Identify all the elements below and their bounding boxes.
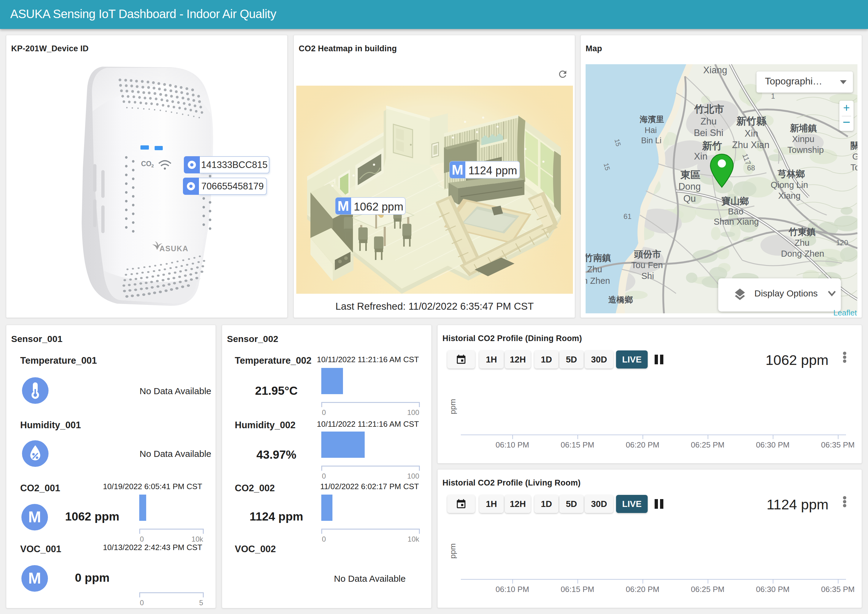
svg-text:Xin: Xin [694,151,708,162]
svg-text:Zhu: Zhu [794,238,809,247]
svg-text:新埔鎮: 新埔鎮 [790,123,817,133]
svg-text:寶山鄉: 寶山鄉 [722,196,749,206]
svg-text:Xiang: Xiang [703,65,727,75]
svg-text:Bei Shi: Bei Shi [694,127,723,138]
svg-text:Zhu Xian: Zhu Xian [732,140,769,150]
svg-text:Township: Township [787,145,824,155]
svg-text:Hai: Hai [645,126,657,135]
svg-text:芎林鄉: 芎林鄉 [777,169,805,179]
svg-text:M: M [338,198,349,214]
svg-text:新竹縣: 新竹縣 [736,115,767,127]
svg-text:1062 ppm: 1062 ppm [354,201,403,213]
svg-text:Xin: Xin [745,128,758,139]
svg-text:Xiang: Xiang [778,191,800,201]
svg-text:Shi: Shi [641,271,654,281]
svg-text:Dong Zhen: Dong Zhen [781,249,824,258]
svg-text:Zhu: Zhu [587,264,602,274]
svg-text:頭份市: 頭份市 [634,249,661,259]
svg-text:CO: CO [141,160,152,168]
svg-text:1124 ppm: 1124 ppm [468,164,517,177]
svg-text:關: 關 [851,140,857,151]
svg-text:竹北市: 竹北市 [694,103,724,115]
svg-text:Bin Li: Bin Li [641,136,662,145]
svg-text:竹東鎮: 竹東鎮 [789,227,816,237]
svg-text:n Zhen: n Zhen [586,276,610,286]
svg-text:Qiong Lin: Qiong Lin [770,180,808,190]
svg-text:新竹: 新竹 [702,140,722,151]
svg-text:Bao: Bao [728,207,744,216]
svg-text:造橋鄉: 造橋鄉 [609,295,633,304]
svg-text:Shan Xiang: Shan Xiang [714,217,759,227]
svg-text:M: M [452,162,463,178]
svg-text:2: 2 [151,163,154,168]
svg-text:東區: 東區 [680,169,701,180]
svg-text:竹南鎮: 竹南鎮 [586,253,611,263]
svg-text:Xinpu: Xinpu [792,134,814,144]
svg-text:G: G [852,152,857,161]
svg-text:Zhu: Zhu [701,116,716,127]
svg-text:Tou Fen: Tou Fen [631,260,663,270]
svg-text:Qu: Qu [683,193,696,204]
svg-text:ASUKA: ASUKA [160,244,188,253]
svg-text:海濱里: 海濱里 [640,115,664,124]
svg-text:61: 61 [623,212,632,221]
svg-text:120: 120 [836,239,848,247]
svg-text:1: 1 [771,92,775,100]
svg-text:To: To [851,163,857,172]
svg-text:Dong: Dong [679,181,701,192]
svg-text:68: 68 [747,164,755,172]
